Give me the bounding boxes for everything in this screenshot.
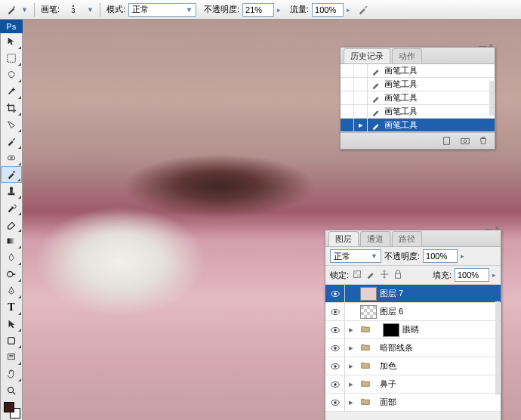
lock-all-icon[interactable] <box>393 269 403 281</box>
history-item[interactable]: ▸画笔工具 <box>341 119 495 132</box>
panel-minimize-icon[interactable]: — × <box>479 42 493 50</box>
slice-tool[interactable] <box>1 116 22 133</box>
opacity-input[interactable]: 21% <box>242 3 274 17</box>
layer-row[interactable]: ▸ 眼睛 <box>325 321 501 339</box>
tool-preset-icon[interactable] <box>5 3 18 17</box>
brush-icon <box>369 120 383 131</box>
lock-transparency-icon[interactable] <box>352 269 362 281</box>
fill-arrow-icon[interactable]: ▸ <box>492 271 496 279</box>
move-tool[interactable] <box>1 33 22 50</box>
blend-mode-value: 正常 <box>132 4 149 15</box>
tool-preset-arrow-icon[interactable]: ▼ <box>21 6 28 14</box>
expand-arrow-icon[interactable]: ▸ <box>345 325 357 335</box>
layer-row[interactable]: 图层 6 <box>325 303 501 321</box>
dodge-tool[interactable] <box>1 266 22 283</box>
history-brush-tool[interactable] <box>1 199 22 216</box>
marquee-tool[interactable] <box>1 50 22 66</box>
visibility-toggle[interactable] <box>325 339 345 357</box>
expand-arrow-icon[interactable]: ▸ <box>345 343 357 353</box>
eraser-tool[interactable] <box>1 216 22 233</box>
toolbox: T <box>0 33 23 420</box>
layer-row[interactable]: ▸ 暗部线条 <box>325 339 501 357</box>
svg-rect-13 <box>444 137 450 144</box>
brush-tool[interactable] <box>1 166 22 183</box>
flow-value: 100% <box>315 5 336 14</box>
tab-channels[interactable]: 通道 <box>360 231 390 246</box>
scrollbar[interactable] <box>489 81 494 116</box>
flow-input[interactable]: 100% <box>312 3 344 17</box>
layer-name: 眼睛 <box>402 324 419 335</box>
eyedropper-tool[interactable] <box>1 133 22 150</box>
blend-mode-select[interactable]: 正常 ▼ <box>128 3 196 17</box>
history-item[interactable]: 画笔工具 <box>341 78 495 91</box>
shape-tool[interactable] <box>1 332 22 349</box>
gradient-tool[interactable] <box>1 233 22 249</box>
layer-fill-input[interactable]: 100% <box>455 268 489 282</box>
brush-icon <box>369 66 383 76</box>
opacity-label: 不透明度: <box>204 4 239 15</box>
blur-tool[interactable] <box>1 249 22 266</box>
type-tool[interactable]: T <box>1 299 22 316</box>
layer-thumbnail <box>360 305 377 319</box>
history-item[interactable]: 画笔工具 <box>341 105 495 119</box>
brush-size-value: 3 <box>71 7 75 14</box>
brush-icon <box>369 79 383 90</box>
tab-paths[interactable]: 路径 <box>392 231 422 246</box>
scrollbar[interactable] <box>495 301 500 395</box>
layer-name: 图层 7 <box>380 288 403 299</box>
delete-state-icon[interactable] <box>478 135 489 147</box>
opacity-value: 21% <box>245 5 262 14</box>
layer-row[interactable]: ▸ 加色 <box>325 357 501 375</box>
history-item[interactable]: 画笔工具 <box>341 64 495 78</box>
layer-name: 暗部线条 <box>380 342 413 354</box>
history-item-label: 画笔工具 <box>384 119 418 131</box>
mode-label: 模式: <box>106 4 125 15</box>
tab-history[interactable]: 历史记录 <box>344 48 390 63</box>
layers-controls-row2: 锁定: 填充: 100% ▸ <box>325 266 501 285</box>
layer-fill-value: 100% <box>458 270 479 279</box>
flow-arrow-icon[interactable]: ▸ <box>347 6 350 14</box>
lock-position-icon[interactable] <box>379 269 390 281</box>
color-swatches[interactable] <box>4 402 20 418</box>
layer-opacity-input[interactable]: 100% <box>423 249 458 263</box>
new-snapshot-icon[interactable] <box>460 135 470 147</box>
zoom-tool[interactable] <box>1 382 22 399</box>
visibility-toggle[interactable] <box>325 285 345 302</box>
layer-row[interactable]: 图层 7 <box>325 285 501 303</box>
magic-wand-tool[interactable] <box>1 83 22 100</box>
new-document-from-state-icon[interactable] <box>442 135 452 147</box>
airbrush-icon[interactable] <box>356 3 370 17</box>
tab-actions[interactable]: 动作 <box>392 48 422 63</box>
visibility-toggle[interactable] <box>325 357 345 375</box>
visibility-toggle[interactable] <box>325 394 345 411</box>
expand-arrow-icon[interactable]: ▸ <box>345 379 357 389</box>
lock-pixels-icon[interactable] <box>365 269 376 281</box>
expand-arrow-icon[interactable]: ▸ <box>345 397 357 407</box>
brush-preset-picker[interactable]: 3 <box>63 2 84 17</box>
layer-row[interactable]: ▸ 面部 <box>325 394 501 412</box>
hand-tool[interactable] <box>1 366 22 382</box>
path-select-tool[interactable] <box>1 316 22 332</box>
pen-tool[interactable] <box>1 283 22 299</box>
lasso-tool[interactable] <box>1 66 22 83</box>
brush-icon <box>369 93 383 103</box>
history-item[interactable]: 画笔工具 <box>341 91 495 105</box>
stamp-tool[interactable] <box>1 183 22 199</box>
notes-tool[interactable] <box>1 349 22 366</box>
visibility-toggle[interactable] <box>325 321 345 338</box>
svg-rect-10 <box>8 338 15 344</box>
tab-layers[interactable]: 图层 <box>328 231 359 246</box>
layer-blend-mode-select[interactable]: 正常▼ <box>330 249 381 263</box>
panel-minimize-icon[interactable]: — × <box>485 224 499 233</box>
layer-row[interactable]: ▸ 鼻子 <box>325 375 501 394</box>
svg-point-31 <box>334 383 337 386</box>
expand-arrow-icon[interactable]: ▸ <box>345 361 357 371</box>
opacity-arrow-icon[interactable]: ▸ <box>461 252 464 260</box>
brush-picker-arrow-icon[interactable]: ▼ <box>87 6 94 14</box>
crop-tool[interactable] <box>1 100 22 116</box>
opacity-arrow-icon[interactable]: ▸ <box>277 6 281 14</box>
visibility-toggle[interactable] <box>325 375 345 393</box>
healing-brush-tool[interactable] <box>1 150 22 166</box>
visibility-toggle[interactable] <box>325 303 345 320</box>
svg-rect-1 <box>8 54 16 63</box>
